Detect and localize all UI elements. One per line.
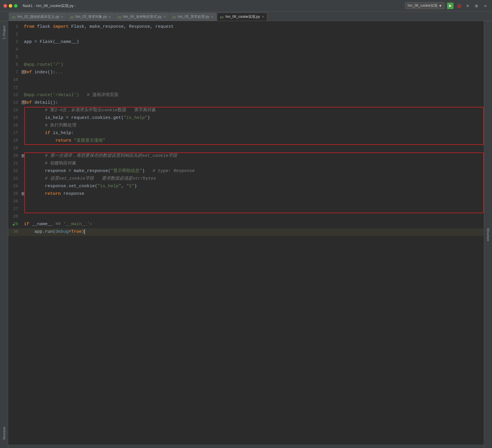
tab-hm05[interactable]: py hm_05_异常处理.py ✕ [169, 13, 217, 21]
code-container: 1 from flask import Flask, make_response… [8, 21, 484, 238]
tab-close-hm06[interactable]: ✕ [262, 15, 264, 18]
tab-label-hm02: hm_02_路由的基本定义.py [18, 14, 59, 19]
breadcrumb-file[interactable]: hm_06_cookie实现.py [36, 3, 74, 8]
code-line-1: 1 from flask import Flask, make_response… [8, 23, 484, 31]
tab-label-hm04: hm_04_各种响应形式.py [123, 14, 161, 19]
fold-indicator-25[interactable]: ▷ [22, 192, 25, 195]
code-line-24: 24 response.set_cookie("is_help", "1") [8, 183, 484, 190]
tab-icon-hm04: py [118, 15, 121, 19]
code-line-26: 26 [8, 198, 484, 206]
debug-icon[interactable]: 🐞 [456, 3, 462, 9]
line-num-4: 4 [8, 46, 23, 53]
main-area: 1: Project Structure 1 from flask import… [0, 21, 492, 448]
code-line-10: 10 [8, 77, 484, 84]
line-content-18: return "直接显示漫画" [23, 137, 484, 144]
run-button[interactable]: ▶ [447, 3, 453, 9]
tab-hm02[interactable]: py hm_02_路由的基本定义.py ✕ [9, 13, 67, 21]
code-line-5: 5 [8, 54, 484, 61]
line-num-19: 19 [8, 145, 23, 151]
line-content-20: # 第一次请求，将想要保存的数据设置到响应头的set_cookie字段 [23, 152, 484, 159]
code-line-6: 6 @app.route('/') [8, 61, 484, 69]
tab-hm04[interactable]: py hm_04_各种响应形式.py ✕ [114, 13, 169, 21]
editor-area[interactable]: 1 from flask import Flask, make_response… [8, 21, 484, 448]
line-num-28: 28 [8, 213, 23, 220]
line-content-1: from flask import Flask, make_response, … [23, 23, 484, 30]
line-content-29: if __name__ == '__main__': [23, 221, 484, 228]
code-line-20: 20 # 第一次请求，将想要保存的数据设置到响应头的set_cookie字段 ▷ [8, 152, 484, 160]
left-gutter: 1: Project Structure [0, 21, 8, 448]
tab-close-hm02[interactable]: ✕ [61, 15, 63, 18]
tab-hm03[interactable]: py hm_03_请求对象.py ✕ [67, 13, 114, 21]
tab-close-hm03[interactable]: ✕ [109, 15, 111, 18]
line-num-13: 13 [8, 99, 23, 106]
tab-hm06[interactable]: py hm_06_cookie实现.py ✕ [217, 13, 267, 21]
code-line-3: 3 app = Flask(__name__) [8, 39, 484, 46]
structure-label[interactable]: Structure [486, 228, 490, 241]
title-bar: flask1 › hm_06_cookie实现.py › hm_06_cooki… [0, 0, 492, 12]
fold-indicator-13[interactable]: ▽ [22, 100, 25, 104]
line-num-25: 25 [8, 190, 23, 197]
line-content-17: if is_help: [23, 130, 484, 137]
maximize-button[interactable] [14, 4, 18, 8]
line-num-30: 30 [8, 228, 23, 235]
minimize-button[interactable] [9, 4, 12, 8]
horizontal-scrollbar[interactable] [8, 444, 484, 448]
breadcrumb-sep2: › [75, 4, 76, 8]
tab-icon-hm06: py [220, 15, 224, 19]
line-content-24: response.set_cookie("is_help", "1") [23, 183, 484, 190]
breadcrumb-sep1: › [34, 4, 35, 8]
code-line-15: 15 is_help = request.cookies.get("is_hel… [8, 114, 484, 122]
line-num-26: 26 [8, 198, 23, 204]
line-content-15: is_help = request.cookies.get("is_help") [23, 114, 484, 121]
annotation-region-2: 存数据 20 # 第一次请求，将想要保存的数据设置到响应头的set_cookie… [8, 152, 484, 213]
line-num-24: 24 [8, 183, 23, 189]
fold-indicator-20[interactable]: ▷ [22, 154, 25, 157]
close-button[interactable] [4, 4, 7, 8]
menu-icon[interactable]: ≡ [482, 3, 488, 9]
line-content-3: app = Flask(__name__) [23, 39, 484, 46]
code-line-29: 29 if __name__ == '__main__': ▶ [8, 221, 484, 228]
line-content-14: # 第2-n次，从请求头中取出cookie数据 类字典对象 [23, 107, 484, 114]
line-num-27: 27 [8, 206, 23, 212]
line-num-3: 3 [8, 39, 23, 45]
window-controls [4, 4, 18, 8]
tab-label-hm03: hm_03_请求对象.py [76, 14, 107, 19]
line-content-25: return response [23, 190, 484, 197]
code-line-18: 18 return "直接显示漫画" [8, 137, 484, 145]
tab-bar: py hm_02_路由的基本定义.py ✕ py hm_03_请求对象.py ✕… [0, 12, 492, 21]
run-config-dropdown[interactable]: hm_06_cookie实现 ▼ [405, 2, 445, 9]
stop-icon[interactable]: ⊗ [473, 3, 480, 9]
line-num-1: 1 [8, 23, 23, 30]
title-bar-right: hm_06_cookie实现 ▼ ▶ 🐞 ✳ ⊗ ≡ [405, 2, 488, 9]
run-config-label: hm_06_cookie实现 [408, 3, 437, 8]
code-line-13: 13 def detail(): ▽ [8, 99, 484, 107]
line-num-23: 23 [8, 175, 23, 182]
line-num-11: 11 [8, 84, 23, 91]
line-content-16: # 执行判断处理 [23, 122, 484, 129]
line-num-21: 21 [8, 160, 23, 166]
line-num-16: 16 [8, 122, 23, 129]
code-line-28: 28 [8, 213, 484, 221]
line-content-13: def detail(): [23, 99, 484, 106]
code-line-14: 14 # 第2-n次，从请求头中取出cookie数据 类字典对象 [8, 107, 484, 114]
line-num-14: 14 [8, 107, 23, 113]
tab-close-hm04[interactable]: ✕ [163, 15, 166, 18]
project-panel-label[interactable]: 1: Project [2, 23, 6, 41]
tab-label-hm05: hm_05_异常处理.py [178, 14, 209, 19]
breadcrumb-project[interactable]: flask1 [23, 4, 33, 8]
line-content-12: @app.route('/detail') # 漫画详情页面 [23, 92, 484, 99]
run-arrow-29: ▶ [13, 222, 15, 228]
line-num-29: 29 [8, 221, 23, 227]
line-num-17: 17 [8, 130, 23, 136]
structure-panel-label[interactable]: Structure [2, 424, 6, 442]
fold-indicator-7[interactable]: ▷ [22, 70, 25, 74]
tab-close-hm05[interactable]: ✕ [211, 15, 213, 18]
code-line-4: 4 [8, 46, 484, 54]
code-line-22: 22 response = make_response("显示帮助信息") # … [8, 168, 484, 175]
code-line-21: 21 # 创建响应对象 [8, 160, 484, 168]
line-num-12: 12 [8, 92, 23, 98]
coverage-icon[interactable]: ✳ [465, 3, 471, 9]
breadcrumb: flask1 › hm_06_cookie实现.py › [23, 3, 76, 8]
line-content-23: # 设置set_cookie字段 要求数据必须是str/bytes [23, 175, 484, 182]
line-num-18: 18 [8, 137, 23, 144]
